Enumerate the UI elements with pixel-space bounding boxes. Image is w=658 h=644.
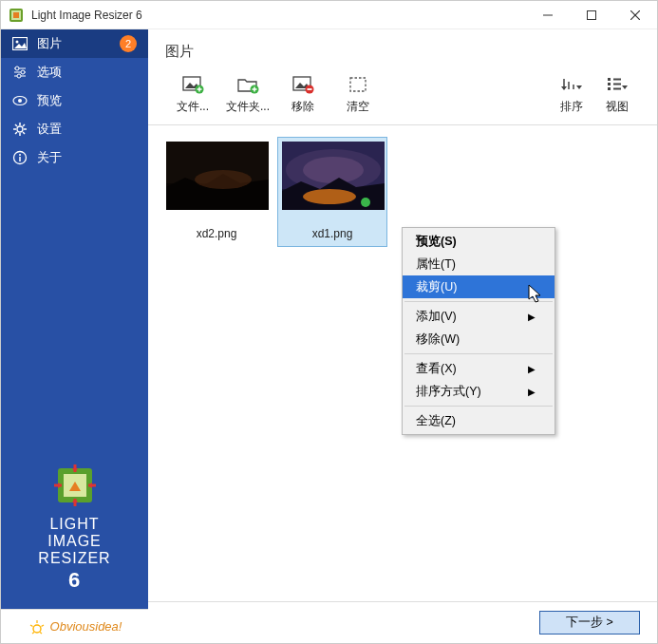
svg-point-17 <box>17 126 23 132</box>
maximize-button[interactable] <box>570 1 613 29</box>
eye-icon <box>12 93 28 108</box>
sidebar-item-label: 设置 <box>37 121 62 138</box>
image-icon <box>12 36 28 51</box>
svg-line-41 <box>30 625 33 627</box>
svg-rect-59 <box>608 87 611 90</box>
svg-point-14 <box>17 74 21 78</box>
remove-icon <box>291 74 315 95</box>
svg-line-44 <box>40 632 42 634</box>
app-logo-text: LIGHT IMAGE RESIZER 6 <box>10 516 139 592</box>
image-count-badge: 2 <box>120 35 137 52</box>
toolbar: 文件... 文件夹... 移除 清空 排序 视图 <box>148 70 657 125</box>
context-menu: 预览(S) 属性(T) 裁剪(U) 添加(V)▶ 移除(W) 查看(X)▶ 排序… <box>402 227 555 435</box>
clear-button[interactable]: 清空 <box>330 74 385 115</box>
svg-point-39 <box>33 625 41 633</box>
svg-marker-63 <box>622 85 628 89</box>
sidebar-item-label: 选项 <box>37 64 62 81</box>
thumbnail-item[interactable]: xd2.png <box>161 137 272 247</box>
thumbnail-image <box>282 142 385 210</box>
add-folder-button[interactable]: 文件夹... <box>220 74 275 115</box>
ctx-separator <box>404 301 553 302</box>
lightbulb-icon <box>28 618 47 635</box>
footer: 下一步 > <box>148 601 657 643</box>
view-button[interactable]: 视图 <box>594 74 640 115</box>
sidebar-item-preview[interactable]: 预览 <box>1 86 148 115</box>
title-bar: Light Image Resizer 6 <box>1 1 657 29</box>
svg-line-23 <box>23 132 25 134</box>
next-button[interactable]: 下一步 > <box>539 611 640 635</box>
sidebar-item-label: 预览 <box>37 92 62 109</box>
ctx-preview[interactable]: 预览(S) <box>403 230 555 253</box>
svg-point-72 <box>361 198 370 207</box>
sidebar: 图片 2 选项 预览 设置 关于 <box>1 29 148 643</box>
sidebar-item-label: 图片 <box>37 35 62 52</box>
sidebar-item-options[interactable]: 选项 <box>1 58 148 86</box>
view-icon <box>605 74 630 95</box>
gear-icon <box>12 122 28 137</box>
svg-rect-2 <box>13 12 19 18</box>
submenu-arrow-icon: ▶ <box>528 312 536 322</box>
svg-marker-56 <box>576 85 582 89</box>
folder-add-icon <box>235 74 260 95</box>
svg-point-66 <box>195 170 252 189</box>
ctx-sort[interactable]: 排序方式(Y)▶ <box>403 380 555 403</box>
sort-button[interactable]: 排序 <box>549 74 594 115</box>
svg-line-42 <box>41 625 44 627</box>
svg-rect-51 <box>350 78 366 91</box>
ctx-remove[interactable]: 移除(W) <box>403 328 555 350</box>
remove-button[interactable]: 移除 <box>275 74 330 115</box>
svg-marker-55 <box>561 86 567 90</box>
sidebar-item-images[interactable]: 图片 2 <box>1 29 148 58</box>
sort-icon <box>559 74 584 95</box>
svg-line-25 <box>15 132 17 134</box>
ctx-view[interactable]: 查看(X)▶ <box>403 357 555 380</box>
svg-point-12 <box>21 70 25 74</box>
submenu-arrow-icon: ▶ <box>528 364 536 374</box>
svg-point-16 <box>18 99 22 103</box>
thumbnail-image <box>166 142 269 210</box>
thumbnail-caption: xd2.png <box>166 227 267 240</box>
app-logo-icon <box>52 463 98 508</box>
svg-rect-57 <box>608 78 611 81</box>
svg-point-70 <box>303 157 364 183</box>
brand-link[interactable]: Obviousidea! <box>1 609 148 643</box>
ctx-selectall[interactable]: 全选(Z) <box>403 409 555 432</box>
svg-rect-58 <box>608 83 611 85</box>
ctx-separator <box>404 353 553 354</box>
page-title: 图片 <box>148 29 657 70</box>
svg-line-24 <box>23 124 25 126</box>
svg-line-43 <box>32 632 34 634</box>
sidebar-item-label: 关于 <box>37 149 62 166</box>
sidebar-item-about[interactable]: 关于 <box>1 143 148 172</box>
thumbnail-caption: xd1.png <box>282 227 383 240</box>
thumbnail-item[interactable]: xd1.png <box>277 137 387 247</box>
submenu-arrow-icon: ▶ <box>528 387 536 397</box>
minimize-button[interactable] <box>526 1 570 29</box>
clear-icon <box>346 74 370 95</box>
app-icon <box>9 8 24 23</box>
svg-line-22 <box>15 124 17 126</box>
close-button[interactable] <box>613 1 657 29</box>
ctx-add[interactable]: 添加(V)▶ <box>403 305 555 328</box>
add-file-button[interactable]: 文件... <box>165 74 220 115</box>
app-logo-block: LIGHT IMAGE RESIZER 6 <box>1 463 148 609</box>
file-add-icon <box>180 74 205 95</box>
sliders-icon <box>12 65 28 80</box>
ctx-separator <box>404 406 553 407</box>
window-title: Light Image Resizer 6 <box>31 9 526 22</box>
svg-point-8 <box>16 41 19 44</box>
svg-rect-4 <box>588 10 596 19</box>
info-icon <box>12 150 28 165</box>
ctx-crop[interactable]: 裁剪(U) <box>403 275 555 298</box>
svg-point-10 <box>15 66 19 70</box>
sidebar-item-settings[interactable]: 设置 <box>1 115 148 143</box>
ctx-properties[interactable]: 属性(T) <box>403 253 555 275</box>
svg-point-27 <box>19 154 21 156</box>
svg-point-71 <box>303 189 356 204</box>
